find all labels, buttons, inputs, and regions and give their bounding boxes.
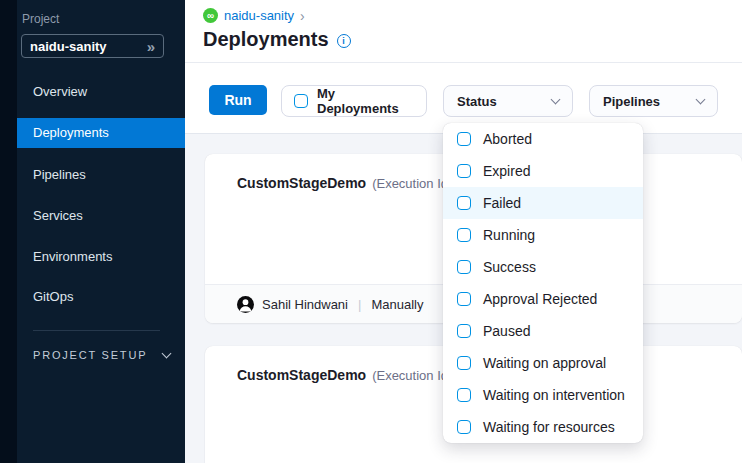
- status-option-approval-rejected[interactable]: Approval Rejected: [443, 283, 643, 315]
- checkbox[interactable]: [457, 196, 471, 210]
- status-option-failed[interactable]: Failed: [443, 187, 643, 219]
- status-option-label: Failed: [483, 195, 521, 211]
- trigger-type: Manually: [371, 297, 423, 312]
- checkbox[interactable]: [457, 292, 471, 306]
- triggered-by-user: Sahil Hindwani: [262, 297, 348, 312]
- status-option-aborted[interactable]: Aborted: [443, 123, 643, 155]
- execution-id-note: (Execution Id: [372, 368, 448, 383]
- checkbox[interactable]: [457, 132, 471, 146]
- chevron-down-icon: [551, 94, 561, 104]
- pipeline-name: CustomStageDemo: [237, 367, 366, 383]
- status-option-label: Aborted: [483, 131, 532, 147]
- status-option-label: Waiting on approval: [483, 355, 606, 371]
- sidebar-item-gitops[interactable]: GitOps: [17, 282, 185, 312]
- project-setup-label: PROJECT SETUP: [33, 349, 147, 361]
- project-setup-toggle[interactable]: PROJECT SETUP: [33, 349, 170, 361]
- my-deployments-label: My Deployments: [317, 86, 414, 116]
- checkbox[interactable]: [457, 388, 471, 402]
- status-option-label: Approval Rejected: [483, 291, 597, 307]
- user-avatar-icon: [237, 296, 254, 313]
- status-option-paused[interactable]: Paused: [443, 315, 643, 347]
- double-chevron-right-icon: »: [147, 39, 155, 54]
- status-option-running[interactable]: Running: [443, 219, 643, 251]
- chevron-down-icon: [162, 348, 172, 358]
- status-option-label: Waiting on intervention: [483, 387, 625, 403]
- project-name: naidu-sanity: [30, 39, 147, 54]
- breadcrumb-project-link[interactable]: naidu-sanity: [224, 8, 294, 23]
- status-filter-label: Status: [457, 94, 497, 109]
- sidebar-item-overview[interactable]: Overview: [17, 77, 185, 107]
- sidebar-divider: [33, 330, 160, 331]
- status-option-waiting-for-resources[interactable]: Waiting for resources: [443, 411, 643, 443]
- my-deployments-checkbox[interactable]: [294, 94, 308, 108]
- cd-module-icon: ∞: [203, 8, 218, 23]
- sidebar-item-environments[interactable]: Environments: [17, 242, 185, 272]
- page-title: Deployments: [203, 28, 329, 51]
- info-icon[interactable]: i: [337, 34, 351, 48]
- pipeline-name: CustomStageDemo: [237, 175, 366, 191]
- status-option-waiting-on-approval[interactable]: Waiting on approval: [443, 347, 643, 379]
- status-filter-dropdown[interactable]: Status: [443, 85, 573, 117]
- chevron-right-icon: ›: [300, 8, 305, 24]
- checkbox[interactable]: [457, 356, 471, 370]
- footer-separator: |: [358, 297, 361, 312]
- checkbox[interactable]: [457, 324, 471, 338]
- sidebar-item-services[interactable]: Services: [17, 201, 185, 231]
- status-option-waiting-on-intervention[interactable]: Waiting on intervention: [443, 379, 643, 411]
- chevron-down-icon: [696, 94, 706, 104]
- module-nav-strip: [0, 0, 17, 463]
- page-title-row: Deployments i: [203, 28, 351, 51]
- status-option-label: Expired: [483, 163, 530, 179]
- project-sidebar: Project naidu-sanity » Overview Deployme…: [0, 0, 185, 463]
- checkbox[interactable]: [457, 420, 471, 434]
- status-option-label: Success: [483, 259, 536, 275]
- my-deployments-filter[interactable]: My Deployments: [281, 85, 427, 117]
- header-divider: [185, 62, 742, 63]
- status-option-success[interactable]: Success: [443, 251, 643, 283]
- project-selector[interactable]: naidu-sanity »: [21, 34, 164, 58]
- project-label: Project: [22, 12, 59, 26]
- status-option-label: Running: [483, 227, 535, 243]
- sidebar-item-pipelines[interactable]: Pipelines: [17, 160, 185, 190]
- status-option-expired[interactable]: Expired: [443, 155, 643, 187]
- app-window: Project naidu-sanity » Overview Deployme…: [0, 0, 742, 463]
- status-option-label: Waiting for resources: [483, 419, 615, 435]
- breadcrumb: ∞ naidu-sanity ›: [203, 7, 305, 24]
- checkbox[interactable]: [457, 260, 471, 274]
- pipelines-filter-dropdown[interactable]: Pipelines: [589, 85, 718, 117]
- execution-id-note: (Execution Id: [372, 176, 448, 191]
- checkbox[interactable]: [457, 164, 471, 178]
- sidebar-item-deployments[interactable]: Deployments: [17, 118, 185, 148]
- checkbox[interactable]: [457, 228, 471, 242]
- status-dropdown-panel: Aborted Expired Failed Running Success A…: [443, 123, 643, 443]
- pipelines-filter-label: Pipelines: [603, 94, 660, 109]
- status-option-label: Paused: [483, 323, 530, 339]
- run-button[interactable]: Run: [209, 85, 267, 115]
